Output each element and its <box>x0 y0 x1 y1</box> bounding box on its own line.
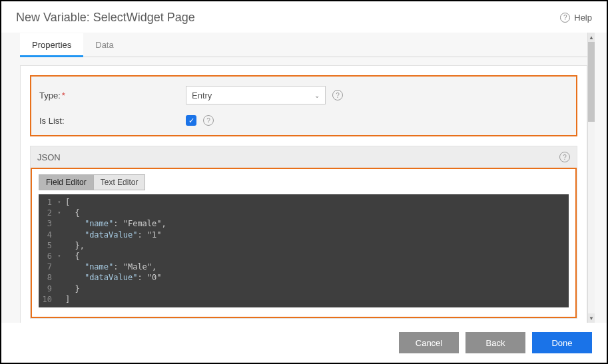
line-number: 2 <box>39 208 56 218</box>
scroll-up-button[interactable]: ▲ <box>588 33 595 42</box>
fold-toggle-icon <box>56 283 63 294</box>
line-number: 9 <box>39 283 56 294</box>
code-line: 6▾ { <box>39 251 569 262</box>
type-label: Type:* <box>39 91 186 100</box>
dialog-title: New Variable: SelectWidget Page <box>16 11 195 25</box>
cancel-button[interactable]: Cancel <box>399 332 459 353</box>
code-text: "name": "Female", <box>63 218 166 229</box>
type-select-value: Entry <box>192 91 212 100</box>
code-line: 5 }, <box>39 240 569 251</box>
fold-toggle-icon <box>56 230 63 240</box>
code-line: 7 "name": "Male", <box>39 262 569 272</box>
line-number: 6 <box>39 251 56 262</box>
done-button[interactable]: Done <box>532 332 592 353</box>
tab-data[interactable]: Data <box>83 33 125 57</box>
json-help-icon[interactable]: ? <box>559 152 570 162</box>
help-label: Help <box>574 13 592 23</box>
fold-toggle-icon[interactable]: ▾ <box>56 251 63 262</box>
fold-toggle-icon <box>56 262 63 272</box>
code-line: 10] <box>39 294 569 305</box>
help-icon: ? <box>560 13 570 23</box>
code-text: ] <box>63 294 70 305</box>
json-section: JSON ? Field Editor Text Editor 1▾[2▾ {3… <box>30 146 577 319</box>
help-link[interactable]: ? Help <box>560 13 592 23</box>
fold-toggle-icon <box>56 272 63 283</box>
code-line: 2▾ { <box>39 208 569 218</box>
code-text: "name": "Male", <box>63 262 156 272</box>
json-title: JSON <box>37 152 61 162</box>
islist-label: Is List: <box>39 116 186 126</box>
line-number: 7 <box>39 262 56 272</box>
json-code-editor[interactable]: 1▾[2▾ {3 "name": "Female",4 "dataValue":… <box>39 194 569 307</box>
fold-toggle-icon[interactable]: ▾ <box>56 208 63 218</box>
code-text: "dataValue": "1" <box>63 230 162 240</box>
line-number: 5 <box>39 240 56 251</box>
code-line: 1▾[ <box>39 197 569 208</box>
type-help-icon[interactable]: ? <box>332 90 343 100</box>
dialog-header: New Variable: SelectWidget Page ? Help <box>1 1 607 33</box>
field-editor-tab[interactable]: Field Editor <box>39 174 93 190</box>
chevron-down-icon: ⌄ <box>314 92 320 99</box>
scroll-down-button[interactable]: ▼ <box>588 313 595 323</box>
islist-checkbox[interactable]: ✓ <box>186 115 196 126</box>
fold-toggle-icon <box>56 218 63 229</box>
line-number: 8 <box>39 272 56 283</box>
line-number: 1 <box>39 197 56 208</box>
code-text: { <box>63 208 80 218</box>
back-button[interactable]: Back <box>465 332 525 353</box>
type-select[interactable]: Entry ⌄ <box>186 86 326 104</box>
editor-tabs: Field Editor Text Editor <box>39 174 569 190</box>
vertical-scrollbar[interactable]: ▲ ▼ <box>587 33 595 323</box>
line-number: 3 <box>39 218 56 229</box>
text-editor-tab[interactable]: Text Editor <box>93 174 146 190</box>
fold-toggle-icon <box>56 294 63 305</box>
code-line: 9 } <box>39 283 569 294</box>
scroll-track[interactable] <box>588 42 595 313</box>
main-tabs: Properties Data <box>20 33 587 57</box>
islist-help-icon[interactable]: ? <box>203 115 214 126</box>
scroll-thumb[interactable] <box>588 42 595 122</box>
dialog-footer: Cancel Back Done <box>1 323 607 363</box>
code-line: 3 "name": "Female", <box>39 218 569 229</box>
check-icon: ✓ <box>188 116 194 125</box>
line-number: 4 <box>39 230 56 240</box>
fold-toggle-icon <box>56 240 63 251</box>
code-text: }, <box>63 240 85 251</box>
tab-properties[interactable]: Properties <box>20 33 83 57</box>
code-text: { <box>63 251 80 262</box>
code-text: } <box>63 283 80 294</box>
code-text: "dataValue": "0" <box>63 272 162 283</box>
line-number: 10 <box>39 294 56 305</box>
type-section: Type:* Entry ⌄ ? Is List: ✓ ? <box>30 75 577 136</box>
code-line: 8 "dataValue": "0" <box>39 272 569 283</box>
code-line: 4 "dataValue": "1" <box>39 230 569 240</box>
code-text: [ <box>63 197 70 208</box>
new-variable-dialog: New Variable: SelectWidget Page ? Help P… <box>0 0 608 364</box>
dialog-body: Properties Data Type:* Entry ⌄ ? <box>1 33 607 323</box>
fold-toggle-icon[interactable]: ▾ <box>56 197 63 208</box>
